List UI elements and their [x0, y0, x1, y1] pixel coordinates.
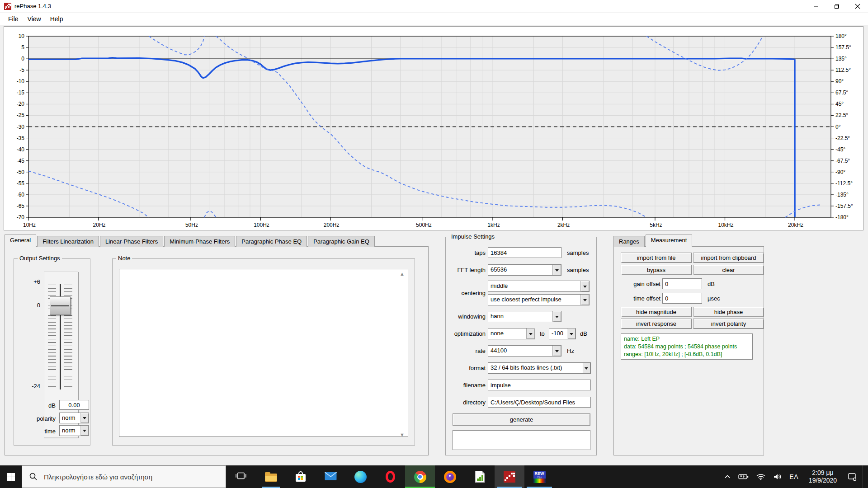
centering-value: middle — [488, 281, 580, 291]
measurement-tab-ranges[interactable]: Ranges — [613, 236, 645, 247]
note-scroll-down-icon[interactable]: ▼ — [400, 432, 405, 437]
tab-general[interactable]: General — [5, 235, 36, 247]
taskbar-microsoft-store-button[interactable] — [286, 465, 316, 488]
svg-text:-157.5°: -157.5° — [835, 203, 853, 209]
taskbar-edge-button[interactable] — [345, 465, 375, 488]
tray-chevron-icon[interactable] — [722, 473, 733, 481]
svg-text:500Hz: 500Hz — [416, 222, 432, 228]
action-center-icon[interactable] — [846, 472, 859, 481]
filename-input[interactable] — [488, 380, 591, 390]
taskbar-rew-button[interactable]: REWV5.1 — [524, 465, 554, 488]
taskbar-search[interactable]: Πληκτρολογήστε εδώ για αναζήτηση — [22, 465, 226, 488]
db-input[interactable] — [59, 400, 89, 410]
centering-mode-select[interactable]: use closest perfect impulse — [488, 294, 590, 305]
volume-icon[interactable] — [771, 473, 784, 481]
slider-handle[interactable] — [50, 296, 71, 315]
fft-length-select[interactable]: 65536 — [488, 264, 561, 276]
optimization-dropdown-icon[interactable] — [526, 328, 535, 339]
gain-offset-label: gain offset — [618, 281, 660, 287]
battery-icon[interactable] — [737, 473, 750, 480]
optimization-label: optimization — [447, 330, 486, 337]
slider-scale-zero: 0 — [14, 302, 40, 309]
polarity-select[interactable]: norm — [59, 413, 89, 423]
task-view-icon — [235, 470, 247, 483]
optimization-level-value: -100 — [549, 328, 567, 339]
import-from-file-button[interactable]: import from file — [621, 253, 692, 263]
format-select[interactable]: 32 / 64 bits floats lines (.txt) — [488, 362, 591, 374]
rate-value: 44100 — [488, 346, 552, 356]
directory-input[interactable] — [488, 397, 591, 408]
taskbar-chrome-button[interactable] — [405, 465, 435, 488]
optimization-select[interactable]: none — [488, 328, 535, 339]
maximize-button[interactable] — [826, 0, 847, 12]
taps-input[interactable] — [488, 247, 561, 258]
taskbar-opera-button[interactable] — [375, 465, 405, 488]
fft-length-dropdown-icon[interactable] — [552, 265, 561, 275]
bypass-button[interactable]: bypass — [621, 265, 692, 275]
svg-text:5kHz: 5kHz — [650, 222, 662, 228]
gain-offset-input[interactable] — [662, 278, 702, 289]
measurement-info-line-2: data: 54584 mag points ; 54584 phase poi… — [624, 343, 750, 351]
tab-filters-linearization[interactable]: Filters Linearization — [37, 236, 99, 247]
start-button[interactable] — [0, 465, 22, 488]
rate-dropdown-icon[interactable] — [552, 346, 561, 356]
tab-minimum-phase-filters[interactable]: Minimum-Phase Filters — [164, 236, 235, 247]
menu-view[interactable]: View — [23, 14, 46, 24]
time-value: norm — [60, 426, 80, 436]
note-scroll-up-icon[interactable]: ▲ — [400, 272, 405, 276]
format-dropdown-icon[interactable] — [582, 363, 590, 373]
optimization-level-select[interactable]: -100 — [549, 328, 576, 339]
note-textarea[interactable] — [119, 269, 408, 437]
output-settings-group: Output Settings +6 0 -24 dB polarity nor… — [14, 258, 90, 446]
polarity-dropdown-icon[interactable] — [80, 413, 89, 423]
time-offset-input[interactable] — [662, 293, 702, 304]
minimize-button[interactable] — [806, 0, 826, 12]
svg-text:157.5°: 157.5° — [835, 44, 851, 51]
taskbar-clock[interactable]: 2:09 μμ 19/9/2020 — [804, 469, 842, 484]
windowing-select[interactable]: hann — [488, 311, 561, 322]
centering-mode-dropdown-icon[interactable] — [580, 295, 589, 305]
centering-dropdown-icon[interactable] — [580, 281, 589, 291]
language-indicator[interactable]: ΕΛ — [788, 473, 800, 480]
rate-select[interactable]: 44100 — [488, 345, 561, 357]
centering-label: centering — [447, 290, 486, 296]
time-dropdown-icon[interactable] — [80, 426, 89, 436]
centering-select[interactable]: middle — [488, 281, 590, 292]
taskbar-libreoffice-calc-button[interactable] — [465, 465, 495, 488]
optimization-level-dropdown-icon[interactable] — [567, 328, 576, 339]
close-button[interactable] — [847, 0, 868, 12]
svg-text:-112.5°: -112.5° — [835, 180, 853, 187]
db-label: dB — [14, 402, 56, 409]
svg-text:45°: 45° — [835, 101, 844, 107]
taskbar-file-explorer-button[interactable] — [256, 465, 286, 488]
svg-text:0°: 0° — [835, 124, 841, 130]
hide-magnitude-button[interactable]: hide magnitude — [621, 307, 692, 317]
time-offset-label: time offset — [618, 295, 660, 302]
svg-text:-30: -30 — [17, 124, 25, 130]
hide-phase-button[interactable]: hide phase — [693, 307, 764, 317]
invert-polarity-button[interactable]: invert polarity — [693, 319, 764, 329]
tab-linear-phase-filters[interactable]: Linear-Phase Filters — [100, 236, 163, 247]
import-from-clipboard-button[interactable]: import from clipboard — [693, 253, 764, 263]
svg-text:-45°: -45° — [835, 146, 845, 153]
wifi-icon[interactable] — [755, 473, 767, 480]
clear-button[interactable]: clear — [693, 265, 764, 275]
show-desktop-button[interactable] — [863, 465, 866, 488]
taskbar-task-view-button[interactable] — [226, 465, 256, 488]
time-select[interactable]: norm — [59, 425, 89, 436]
measurement-tab-bar: RangesMeasurement — [613, 235, 693, 247]
taskbar-avast-browser-button[interactable] — [435, 465, 465, 488]
menu-bar: FileViewHelp — [0, 13, 868, 25]
menu-help[interactable]: Help — [46, 14, 68, 24]
generate-button[interactable]: generate — [453, 413, 590, 426]
menu-file[interactable]: File — [4, 14, 23, 24]
measurement-tab-measurement[interactable]: Measurement — [646, 235, 692, 247]
windowing-dropdown-icon[interactable] — [552, 311, 561, 322]
fft-length-unit: samples — [567, 267, 589, 273]
invert-response-button[interactable]: invert response — [621, 319, 692, 329]
tab-paragraphic-gain-eq[interactable]: Paragraphic Gain EQ — [308, 236, 375, 247]
tab-paragraphic-phase-eq[interactable]: Paragraphic Phase EQ — [236, 236, 307, 247]
taskbar-rephase-button[interactable] — [495, 465, 524, 488]
svg-text:-40: -40 — [17, 146, 25, 153]
taskbar-mail-button[interactable] — [316, 465, 345, 488]
